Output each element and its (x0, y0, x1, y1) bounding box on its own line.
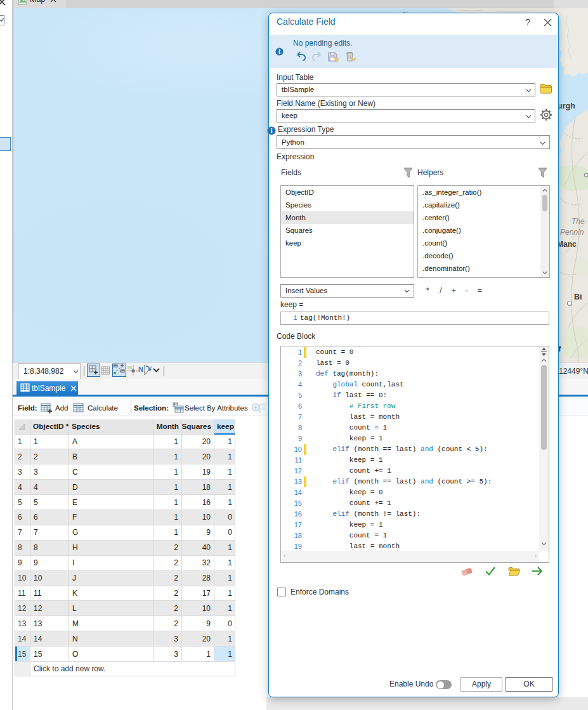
svg-text:Pennin: Pennin (560, 228, 584, 237)
svg-text:Bi: Bi (574, 293, 582, 301)
svg-text:urgh: urgh (558, 102, 575, 110)
svg-text:Manc: Manc (557, 240, 577, 249)
svg-text:The: The (572, 217, 585, 226)
